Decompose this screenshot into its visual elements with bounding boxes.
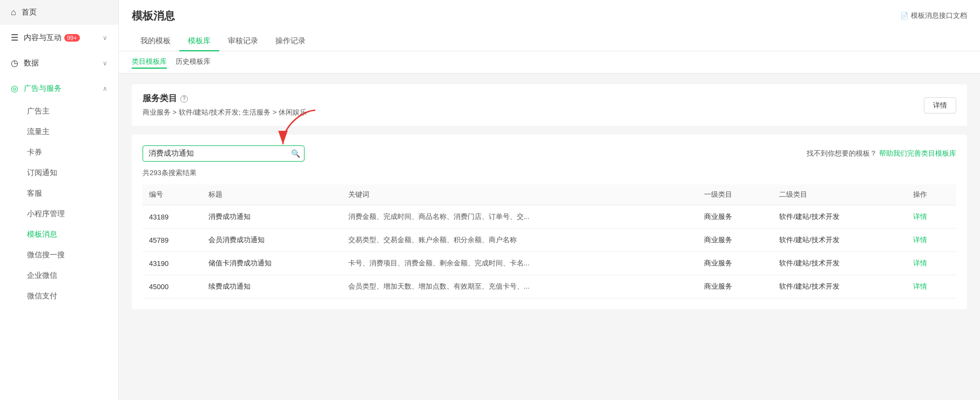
ads-icon: ◎ <box>11 83 18 94</box>
cell-category1: 商业服务 <box>698 275 773 298</box>
sub-tab-history[interactable]: 历史模板库 <box>175 56 211 69</box>
sidebar-item-order-label: 订阅通知 <box>27 168 57 177</box>
sidebar: ⌂ 首页 ☰ 内容与互动 99+ ∨ ◷ 数据 ∨ ◎ 广告与服务 ∧ 广告主 … <box>0 0 119 400</box>
cell-action: 详情 <box>907 252 956 275</box>
tab-my[interactable]: 我的模板 <box>132 32 179 51</box>
table-row: 45000 续费成功通知 会员类型、增加天数、增加点数、有效期至、充值卡号、..… <box>143 275 956 298</box>
sidebar-item-mini-label: 小程序管理 <box>27 209 65 218</box>
sidebar-item-advertiser-label: 广告主 <box>27 106 50 115</box>
data-icon: ◷ <box>11 58 18 68</box>
tab-library[interactable]: 模板库 <box>179 32 219 51</box>
sidebar-item-enterprise[interactable]: 企业微信 <box>0 265 118 286</box>
ads-arrow: ∧ <box>103 85 107 92</box>
service-breadcrumb: 商业服务 > 软件/建站/技术开发; 生活服务 > 休闲娱乐 <box>143 108 307 117</box>
content-area: 服务类目 ? 商业服务 > 软件/建站/技术开发; 生活服务 > 休闲娱乐 详情… <box>119 74 980 400</box>
cell-category2: 软件/建站/技术开发 <box>773 205 907 229</box>
sidebar-item-template[interactable]: 模板消息 <box>0 224 118 245</box>
sub-tab-category[interactable]: 类目模板库 <box>132 56 167 69</box>
sidebar-item-service-label: 客服 <box>27 189 42 197</box>
sub-tabs: 类目模板库 历史模板库 <box>119 51 980 74</box>
cell-id: 45789 <box>143 229 202 252</box>
sidebar-item-weixin-search-label: 微信搜一搜 <box>27 250 65 259</box>
cell-id: 43190 <box>143 252 202 275</box>
cell-category2: 软件/建站/技术开发 <box>773 275 907 298</box>
doc-icon: 📄 <box>900 12 909 20</box>
sidebar-item-content[interactable]: ☰ 内容与互动 99+ ∨ <box>0 25 118 50</box>
help-icon[interactable]: ? <box>180 95 188 103</box>
col-title: 标题 <box>202 184 341 205</box>
search-section: 🔍 找不到你想要的模板？ 帮助我们完善类目模板库 <box>132 135 967 309</box>
detail-link[interactable]: 详情 <box>913 212 927 221</box>
service-detail-button[interactable]: 详情 <box>924 97 956 114</box>
cell-category2: 软件/建站/技术开发 <box>773 252 907 275</box>
results-table: 编号 标题 关键词 一级类目 二级类目 操作 43189 消费成功通知 消费金额… <box>143 184 956 298</box>
sidebar-item-ads[interactable]: ◎ 广告与服务 ∧ <box>0 76 118 101</box>
sidebar-item-data[interactable]: ◷ 数据 ∨ <box>0 50 118 76</box>
content-badge: 99+ <box>64 34 80 42</box>
home-icon: ⌂ <box>11 8 16 17</box>
sidebar-item-template-label: 模板消息 <box>27 230 57 238</box>
cell-category1: 商业服务 <box>698 229 773 252</box>
cell-id: 45000 <box>143 275 202 298</box>
cell-action: 详情 <box>907 229 956 252</box>
col-category1: 一级类目 <box>698 184 773 205</box>
sidebar-item-service[interactable]: 客服 <box>0 183 118 204</box>
sidebar-item-publisher-label: 流量主 <box>27 127 50 136</box>
detail-link[interactable]: 详情 <box>913 282 927 290</box>
cell-category1: 商业服务 <box>698 252 773 275</box>
tabs: 我的模板 模板库 审核记录 操作记录 <box>132 32 967 51</box>
sidebar-item-publisher[interactable]: 流量主 <box>0 122 118 142</box>
table-row: 45789 会员消费成功通知 交易类型、交易金额、账户余额、积分余额、商户名称 … <box>143 229 956 252</box>
main-content: 模板消息 我的模板 模板库 审核记录 操作记录 📄 模板消息接口文档 类目模板库… <box>119 0 980 400</box>
cell-title: 消费成功通知 <box>202 205 341 229</box>
table-row: 43190 储值卡消费成功通知 卡号、消费项目、消费金额、剩余金额、完成时间、卡… <box>143 252 956 275</box>
service-category-box: 服务类目 ? 商业服务 > 软件/建站/技术开发; 生活服务 > 休闲娱乐 详情 <box>132 84 967 126</box>
service-title: 服务类目 ? <box>143 93 307 104</box>
cell-keywords: 消费金额、完成时间、商品名称、消费门店、订单号、交... <box>342 205 698 229</box>
sidebar-item-mini[interactable]: 小程序管理 <box>0 204 118 224</box>
cell-title: 储值卡消费成功通知 <box>202 252 341 275</box>
sidebar-item-coupon-label: 卡券 <box>27 148 42 156</box>
cell-id: 43189 <box>143 205 202 229</box>
sidebar-item-coupon[interactable]: 卡券 <box>0 142 118 163</box>
cell-action: 详情 <box>907 205 956 229</box>
search-hint: 找不到你想要的模板？ 帮助我们完善类目模板库 <box>807 149 956 158</box>
detail-link[interactable]: 详情 <box>913 236 927 244</box>
page-header: 模板消息 我的模板 模板库 审核记录 操作记录 📄 模板消息接口文档 <box>119 0 980 51</box>
content-icon: ☰ <box>11 32 18 43</box>
col-action: 操作 <box>907 184 956 205</box>
search-hint-link[interactable]: 帮助我们完善类目模板库 <box>879 149 956 157</box>
cell-keywords: 会员类型、增加天数、增加点数、有效期至、充值卡号、... <box>342 275 698 298</box>
sidebar-item-content-label: 内容与互动 <box>24 33 62 43</box>
tab-review[interactable]: 审核记录 <box>219 32 267 51</box>
col-category2: 二级类目 <box>773 184 907 205</box>
doc-link[interactable]: 📄 模板消息接口文档 <box>900 11 967 21</box>
search-row: 🔍 找不到你想要的模板？ 帮助我们完善类目模板库 <box>143 145 956 162</box>
sidebar-item-enterprise-label: 企业微信 <box>27 271 57 279</box>
sidebar-item-pay[interactable]: 微信支付 <box>0 286 118 306</box>
cell-keywords: 卡号、消费项目、消费金额、剩余金额、完成时间、卡名... <box>342 252 698 275</box>
service-category-left: 服务类目 ? 商业服务 > 软件/建站/技术开发; 生活服务 > 休闲娱乐 <box>143 93 307 117</box>
search-input-wrap: 🔍 <box>143 145 305 162</box>
col-keywords: 关键词 <box>342 184 698 205</box>
sidebar-item-pay-label: 微信支付 <box>27 291 57 300</box>
content-arrow: ∨ <box>103 34 107 42</box>
result-count: 共293条搜索结果 <box>143 168 956 178</box>
sidebar-item-weixin-search[interactable]: 微信搜一搜 <box>0 245 118 265</box>
table-row: 43189 消费成功通知 消费金额、完成时间、商品名称、消费门店、订单号、交..… <box>143 205 956 229</box>
cell-category1: 商业服务 <box>698 205 773 229</box>
cell-keywords: 交易类型、交易金额、账户余额、积分余额、商户名称 <box>342 229 698 252</box>
search-input[interactable] <box>143 145 305 162</box>
detail-link[interactable]: 详情 <box>913 259 927 267</box>
sidebar-item-advertiser[interactable]: 广告主 <box>0 101 118 122</box>
data-arrow: ∨ <box>103 59 107 67</box>
sidebar-item-home[interactable]: ⌂ 首页 <box>0 0 118 25</box>
col-id: 编号 <box>143 184 202 205</box>
search-button[interactable]: 🔍 <box>291 149 300 158</box>
sidebar-item-home-label: 首页 <box>22 8 37 17</box>
tab-operation[interactable]: 操作记录 <box>267 32 314 51</box>
cell-title: 续费成功通知 <box>202 275 341 298</box>
cell-category2: 软件/建站/技术开发 <box>773 229 907 252</box>
sidebar-item-order[interactable]: 订阅通知 <box>0 163 118 183</box>
sidebar-item-data-label: 数据 <box>24 58 39 68</box>
